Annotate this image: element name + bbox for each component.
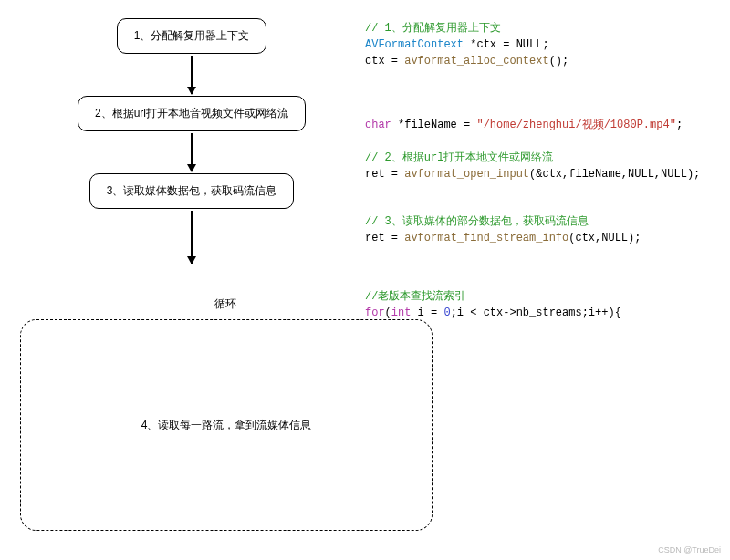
code2-string: "/home/zhenghui/视频/1080P.mp4": [476, 119, 675, 131]
flow-step-2: 2、根据url打开本地音视频文件或网络流: [78, 96, 306, 131]
code2-line3b: (&ctx,fileName,NULL,NULL);: [529, 168, 700, 181]
code2-kw-char: char: [365, 119, 391, 131]
code-block-3: // 3、读取媒体的部分数据包，获取码流信息 ret = avformat_fi…: [365, 213, 641, 246]
code3-comment: // 3、读取媒体的部分数据包，获取码流信息: [365, 215, 589, 228]
code1-line3a: ctx =: [365, 55, 404, 67]
flow-step-1: 1、分配解复用器上下文: [117, 18, 267, 54]
flow-step-3: 3、读取媒体数据包，获取码流信息: [89, 173, 295, 209]
code2-comment: // 2、根据url打开本地文件或网络流: [365, 151, 553, 164]
watermark: CSDN @TrueDei: [658, 545, 721, 555]
code3-func: avformat_find_stream_info: [404, 232, 568, 244]
code1-comment: // 1、分配解复用器上下文: [365, 22, 501, 35]
flow-column: 1、分配解复用器上下文 2、根据url打开本地音视频文件或网络流 3、读取媒体数…: [36, 18, 347, 265]
code-block-2: char *fileName = "/home/zhenghui/视频/1080…: [365, 117, 700, 182]
code4-seg1: i =: [411, 306, 443, 319]
code3-line2a: ret =: [365, 232, 404, 244]
code1-line3b: ();: [549, 55, 569, 67]
code2-line3a: ret =: [365, 168, 404, 181]
code4-zero: 0: [443, 306, 450, 319]
code1-type: AVFormatContext: [365, 38, 464, 51]
code-block-4: //老版本查找流索引 for(int i = 0;i < ctx->nb_str…: [365, 288, 621, 321]
arrow-1: [191, 56, 193, 94]
arrow-3: [191, 211, 193, 264]
flow-step-4-container: 4、读取每一路流，拿到流媒体信息: [20, 319, 433, 531]
code4-kw-for: for: [365, 306, 385, 319]
code4-comment: //老版本查找流索引: [365, 290, 465, 303]
code4-kw-int: int: [391, 306, 412, 319]
loop-label: 循环: [214, 296, 236, 312]
code1-line2: *ctx = NULL;: [464, 38, 549, 51]
code2-line1end: ;: [676, 119, 683, 131]
flow-step-4-text: 4、读取每一路流，拿到流媒体信息: [141, 418, 312, 433]
code3-line2b: (ctx,NULL);: [568, 232, 641, 244]
code2-line1mid: *fileName =: [391, 119, 477, 131]
arrow-2: [191, 133, 193, 171]
code4-seg2: ;i < ctx->nb_streams;i++){: [451, 306, 621, 319]
code2-func: avformat_open_input: [404, 168, 529, 181]
code-block-1: // 1、分配解复用器上下文 AVFormatContext *ctx = NU…: [365, 20, 568, 69]
code4-paren1: (: [385, 306, 391, 319]
code1-func: avformat_alloc_context: [404, 55, 548, 67]
